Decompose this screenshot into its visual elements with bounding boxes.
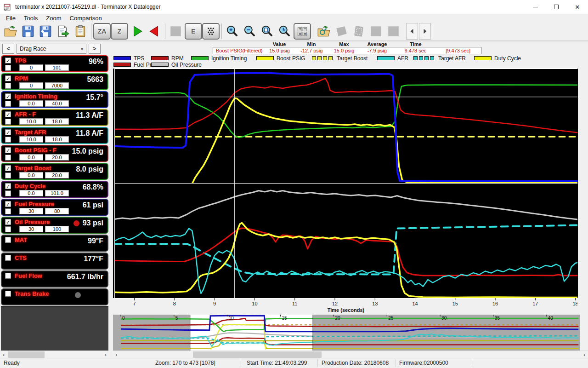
channel-secondary-checkbox[interactable] [5, 65, 11, 71]
zoom-all-button[interactable]: ZA [93, 23, 111, 40]
channel-min-input[interactable] [19, 172, 43, 178]
scroll-right-icon[interactable]: › [581, 351, 588, 358]
channel-max-input[interactable] [45, 208, 69, 214]
legend-swatch [312, 56, 334, 60]
channel-visible-checkbox[interactable] [5, 237, 11, 243]
chart-scrollbar[interactable]: ‹ › [113, 351, 588, 358]
menu-comparison[interactable]: Comparison [66, 15, 106, 22]
menu-tools[interactable]: Tools [20, 15, 42, 22]
channel-min-input[interactable] [19, 100, 43, 107]
legend-rpm: RPM [151, 55, 184, 61]
chevron-down-icon: ▾ [81, 46, 83, 52]
scroll-right-icon[interactable]: › [102, 351, 109, 358]
close-button[interactable]: ✕ [567, 0, 588, 14]
filter-button[interactable] [202, 23, 220, 40]
channel-secondary-checkbox[interactable] [5, 101, 11, 107]
channel-visible-checkbox[interactable]: ✓ [5, 201, 11, 207]
channel-visible-checkbox[interactable] [5, 255, 11, 261]
channel-max-input[interactable] [45, 190, 69, 196]
prev-layout-button[interactable]: < [2, 44, 14, 54]
export-button[interactable] [54, 23, 72, 40]
channel-min-input[interactable] [19, 226, 43, 232]
channel-max-input[interactable] [45, 100, 69, 107]
chart-scroll-thumb[interactable] [193, 351, 322, 358]
channel-max-input[interactable] [45, 172, 69, 178]
save-as-button[interactable] [37, 23, 54, 40]
channel-max-input[interactable] [45, 226, 69, 232]
prev-log-button[interactable] [406, 23, 418, 40]
channel-visible-checkbox[interactable]: ✓ [5, 183, 11, 189]
x-tick-label: 10 [252, 301, 257, 306]
channel-secondary-checkbox[interactable] [5, 119, 11, 125]
zoom-time-button[interactable] [276, 23, 294, 40]
minimize-button[interactable] [525, 0, 546, 14]
play-reverse-button[interactable] [146, 23, 163, 40]
channel-visible-checkbox[interactable]: ✓ [5, 111, 11, 117]
channel-visible-checkbox[interactable]: ✓ [5, 165, 11, 171]
zoom-mode-button[interactable]: Z [111, 23, 128, 40]
menu-zoom[interactable]: Zoom [42, 15, 65, 22]
channel-value: 177°F [84, 255, 103, 263]
channel-min-input[interactable] [19, 64, 43, 71]
channel-visible-checkbox[interactable]: ✓ [5, 129, 11, 135]
zoom-in-button[interactable] [224, 23, 241, 40]
channel-secondary-checkbox[interactable] [5, 155, 11, 161]
channel-secondary-checkbox[interactable] [5, 226, 11, 232]
channel-visible-checkbox[interactable] [5, 291, 11, 297]
next-log-button[interactable] [419, 23, 431, 40]
toolbar-separator [165, 23, 165, 39]
top-chart-panel[interactable] [114, 69, 577, 184]
channel-max-input[interactable] [45, 64, 69, 71]
open-comparison-button[interactable] [315, 23, 333, 40]
channel-value: 96% [89, 58, 103, 66]
sidebar-scrollbar[interactable]: ‹ › [0, 351, 109, 358]
channel-label: Target AFR [15, 129, 46, 136]
channel-visible-checkbox[interactable]: ✓ [5, 58, 11, 63]
scroll-left-icon[interactable]: ‹ [0, 351, 7, 358]
overview-tick-label: 35 [495, 316, 500, 321]
play-forward-button[interactable] [128, 23, 146, 40]
channel-tps: ✓TPS96% [1, 55, 108, 72]
channel-min-input[interactable] [19, 118, 43, 125]
save-button[interactable] [19, 23, 37, 40]
channel-secondary-checkbox[interactable] [5, 83, 11, 89]
channel-min-input[interactable] [19, 190, 43, 196]
channel-visible-checkbox[interactable]: ✓ [5, 219, 11, 225]
zoom-fit-button[interactable] [259, 23, 276, 40]
channel-visible-checkbox[interactable]: ✓ [5, 147, 11, 153]
events-button[interactable]: E [185, 23, 202, 40]
maximize-button[interactable] [546, 0, 567, 14]
channel-visible-checkbox[interactable]: ✓ [5, 93, 11, 99]
chart-panels[interactable] [113, 68, 578, 298]
open-file-button[interactable] [2, 23, 19, 40]
channel-max-input[interactable] [45, 136, 69, 143]
channel-max-input[interactable] [45, 154, 69, 161]
channel-visible-checkbox[interactable]: ✓ [5, 75, 11, 81]
layout-select[interactable]: Drag Race ▾ [17, 44, 86, 54]
overview-strip[interactable]: 0510152025303540 [113, 315, 580, 351]
channel-visible-checkbox[interactable] [5, 273, 11, 279]
next-layout-button[interactable]: > [89, 44, 101, 54]
channel-secondary-checkbox[interactable] [5, 137, 11, 143]
channel-max-input[interactable] [45, 82, 69, 89]
stats-header-min: Min [293, 41, 330, 47]
x-tick-label: 16 [492, 301, 498, 306]
channel-min-input[interactable] [19, 136, 43, 143]
channel-secondary-checkbox[interactable] [5, 190, 11, 196]
notes-button[interactable] [72, 23, 89, 40]
channel-secondary-checkbox[interactable] [5, 172, 11, 178]
status-zoom: Zoom: 170 to 473 [1078] [155, 360, 215, 366]
channel-secondary-checkbox[interactable] [5, 208, 11, 214]
channel-min-input[interactable] [19, 82, 43, 89]
math-channels-button[interactable]: +−×= [294, 23, 311, 40]
scroll-left-icon[interactable]: ‹ [113, 351, 120, 358]
x-tick-label: 13 [372, 301, 378, 306]
overview-tick-label: 20 [335, 316, 340, 321]
channel-min-input[interactable] [19, 154, 43, 161]
sidebar-scroll-thumb[interactable] [8, 351, 45, 358]
channel-max-input[interactable] [45, 118, 69, 125]
zoom-out-button[interactable] [241, 23, 259, 40]
channel-min-input[interactable] [19, 208, 43, 214]
bottom-chart-panel[interactable] [114, 184, 577, 299]
menu-file[interactable]: File [2, 15, 20, 22]
